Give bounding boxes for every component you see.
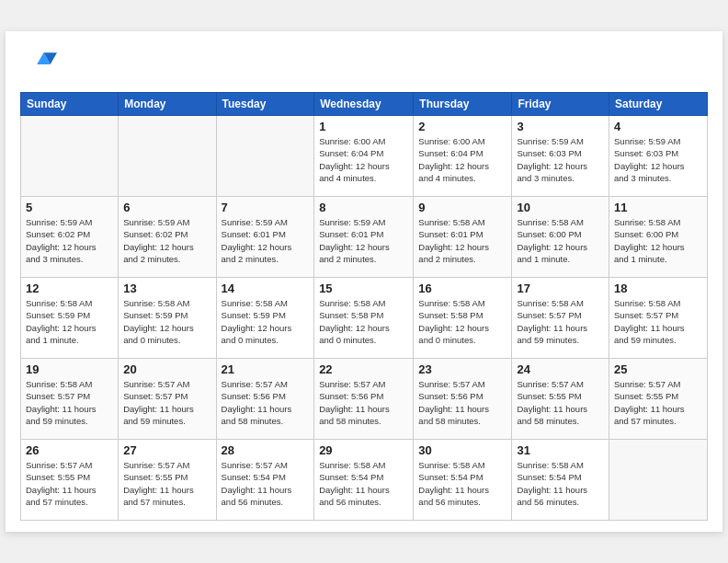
day-cell: 14Sunrise: 5:58 AM Sunset: 5:59 PM Dayli… xyxy=(216,278,314,359)
day-info: Sunrise: 5:57 AM Sunset: 5:56 PM Dayligh… xyxy=(319,378,408,427)
day-number: 6 xyxy=(123,201,210,214)
week-row-5: 26Sunrise: 5:57 AM Sunset: 5:55 PM Dayli… xyxy=(21,440,708,521)
day-cell: 25Sunrise: 5:57 AM Sunset: 5:55 PM Dayli… xyxy=(609,359,708,440)
day-cell: 26Sunrise: 5:57 AM Sunset: 5:55 PM Dayli… xyxy=(21,440,119,521)
day-number: 19 xyxy=(26,362,113,376)
day-cell: 24Sunrise: 5:57 AM Sunset: 5:55 PM Dayli… xyxy=(512,359,609,440)
weekday-header-saturday: Saturday xyxy=(609,93,708,116)
weekday-header-sunday: Sunday xyxy=(21,93,119,116)
weekday-header-monday: Monday xyxy=(119,93,216,116)
day-number: 30 xyxy=(418,443,506,457)
day-cell: 29Sunrise: 5:58 AM Sunset: 5:54 PM Dayli… xyxy=(314,440,414,521)
day-cell: 11Sunrise: 5:58 AM Sunset: 6:00 PM Dayli… xyxy=(609,197,708,278)
weekday-header-friday: Friday xyxy=(512,93,609,116)
day-cell: 2Sunrise: 6:00 AM Sunset: 6:04 PM Daylig… xyxy=(414,116,512,197)
day-number: 10 xyxy=(517,201,604,214)
day-cell: 28Sunrise: 5:57 AM Sunset: 5:54 PM Dayli… xyxy=(216,440,314,521)
day-number: 24 xyxy=(517,362,604,376)
day-cell: 6Sunrise: 5:59 AM Sunset: 6:02 PM Daylig… xyxy=(119,197,216,278)
day-cell: 10Sunrise: 5:58 AM Sunset: 6:00 PM Dayli… xyxy=(512,197,609,278)
day-number: 7 xyxy=(222,201,310,214)
day-number: 14 xyxy=(222,282,310,295)
day-info: Sunrise: 5:59 AM Sunset: 6:01 PM Dayligh… xyxy=(319,216,408,265)
day-number: 28 xyxy=(222,443,310,457)
day-info: Sunrise: 5:58 AM Sunset: 5:57 PM Dayligh… xyxy=(26,378,113,427)
day-cell: 8Sunrise: 5:59 AM Sunset: 6:01 PM Daylig… xyxy=(314,197,414,278)
day-cell: 12Sunrise: 5:58 AM Sunset: 5:59 PM Dayli… xyxy=(21,278,119,359)
weekday-header-tuesday: Tuesday xyxy=(216,93,314,116)
day-number: 23 xyxy=(418,362,506,376)
day-info: Sunrise: 5:58 AM Sunset: 5:59 PM Dayligh… xyxy=(26,297,113,346)
day-info: Sunrise: 6:00 AM Sunset: 6:04 PM Dayligh… xyxy=(418,135,506,184)
day-cell: 23Sunrise: 5:57 AM Sunset: 5:56 PM Dayli… xyxy=(414,359,512,440)
day-cell: 15Sunrise: 5:58 AM Sunset: 5:58 PM Dayli… xyxy=(314,278,414,359)
day-cell: 17Sunrise: 5:58 AM Sunset: 5:57 PM Dayli… xyxy=(512,278,609,359)
calendar-container: SundayMondayTuesdayWednesdayThursdayFrid… xyxy=(6,31,722,532)
day-number: 26 xyxy=(26,443,113,457)
day-info: Sunrise: 5:59 AM Sunset: 6:02 PM Dayligh… xyxy=(26,216,113,265)
day-number: 27 xyxy=(123,443,210,457)
day-cell: 30Sunrise: 5:58 AM Sunset: 5:54 PM Dayli… xyxy=(414,440,512,521)
calendar-grid: SundayMondayTuesdayWednesdayThursdayFrid… xyxy=(20,92,708,521)
day-info: Sunrise: 5:58 AM Sunset: 6:01 PM Dayligh… xyxy=(418,216,506,265)
day-info: Sunrise: 5:58 AM Sunset: 5:54 PM Dayligh… xyxy=(517,459,604,508)
day-number: 9 xyxy=(418,201,506,214)
day-number: 2 xyxy=(418,120,506,133)
day-number: 22 xyxy=(319,362,408,376)
day-cell xyxy=(21,116,119,197)
day-info: Sunrise: 5:59 AM Sunset: 6:01 PM Dayligh… xyxy=(222,216,310,265)
day-cell: 19Sunrise: 5:58 AM Sunset: 5:57 PM Dayli… xyxy=(21,359,119,440)
day-info: Sunrise: 5:57 AM Sunset: 5:54 PM Dayligh… xyxy=(222,459,310,508)
day-number: 16 xyxy=(418,282,506,295)
day-number: 4 xyxy=(614,120,702,133)
day-info: Sunrise: 5:58 AM Sunset: 5:59 PM Dayligh… xyxy=(222,297,310,346)
day-number: 1 xyxy=(319,120,408,133)
header xyxy=(20,46,708,83)
weekday-header-wednesday: Wednesday xyxy=(314,93,414,116)
day-cell xyxy=(216,116,314,197)
day-info: Sunrise: 5:57 AM Sunset: 5:55 PM Dayligh… xyxy=(614,378,702,427)
day-info: Sunrise: 5:58 AM Sunset: 5:54 PM Dayligh… xyxy=(319,459,408,508)
day-info: Sunrise: 5:58 AM Sunset: 5:54 PM Dayligh… xyxy=(418,459,506,508)
day-info: Sunrise: 5:59 AM Sunset: 6:02 PM Dayligh… xyxy=(123,216,210,265)
day-info: Sunrise: 5:58 AM Sunset: 5:59 PM Dayligh… xyxy=(123,297,210,346)
day-info: Sunrise: 5:58 AM Sunset: 5:58 PM Dayligh… xyxy=(418,297,506,346)
day-cell: 22Sunrise: 5:57 AM Sunset: 5:56 PM Dayli… xyxy=(314,359,414,440)
day-number: 3 xyxy=(517,120,604,133)
day-info: Sunrise: 5:57 AM Sunset: 5:55 PM Dayligh… xyxy=(517,378,604,427)
day-cell: 7Sunrise: 5:59 AM Sunset: 6:01 PM Daylig… xyxy=(216,197,314,278)
day-number: 18 xyxy=(614,282,702,295)
day-info: Sunrise: 5:57 AM Sunset: 5:56 PM Dayligh… xyxy=(222,378,310,427)
day-info: Sunrise: 5:57 AM Sunset: 5:56 PM Dayligh… xyxy=(418,378,506,427)
day-cell xyxy=(609,440,708,521)
day-number: 12 xyxy=(26,282,113,295)
day-cell: 13Sunrise: 5:58 AM Sunset: 5:59 PM Dayli… xyxy=(119,278,216,359)
day-number: 13 xyxy=(123,282,210,295)
week-row-2: 5Sunrise: 5:59 AM Sunset: 6:02 PM Daylig… xyxy=(21,197,708,278)
day-info: Sunrise: 5:59 AM Sunset: 6:03 PM Dayligh… xyxy=(517,135,604,184)
week-row-1: 1Sunrise: 6:00 AM Sunset: 6:04 PM Daylig… xyxy=(21,116,708,197)
day-info: Sunrise: 5:58 AM Sunset: 5:58 PM Dayligh… xyxy=(319,297,408,346)
week-row-3: 12Sunrise: 5:58 AM Sunset: 5:59 PM Dayli… xyxy=(21,278,708,359)
day-info: Sunrise: 5:58 AM Sunset: 5:57 PM Dayligh… xyxy=(517,297,604,346)
day-info: Sunrise: 5:57 AM Sunset: 5:57 PM Dayligh… xyxy=(123,378,210,427)
day-number: 17 xyxy=(517,282,604,295)
day-cell: 3Sunrise: 5:59 AM Sunset: 6:03 PM Daylig… xyxy=(512,116,609,197)
day-cell: 5Sunrise: 5:59 AM Sunset: 6:02 PM Daylig… xyxy=(21,197,119,278)
day-cell: 9Sunrise: 5:58 AM Sunset: 6:01 PM Daylig… xyxy=(414,197,512,278)
day-number: 21 xyxy=(222,362,310,376)
logo xyxy=(20,46,61,83)
day-cell: 18Sunrise: 5:58 AM Sunset: 5:57 PM Dayli… xyxy=(609,278,708,359)
day-number: 11 xyxy=(614,201,702,214)
day-number: 31 xyxy=(517,443,604,457)
day-cell: 4Sunrise: 5:59 AM Sunset: 6:03 PM Daylig… xyxy=(609,116,708,197)
day-cell: 16Sunrise: 5:58 AM Sunset: 5:58 PM Dayli… xyxy=(414,278,512,359)
day-cell xyxy=(119,116,216,197)
logo-icon xyxy=(20,46,57,83)
day-info: Sunrise: 5:57 AM Sunset: 5:55 PM Dayligh… xyxy=(26,459,113,508)
day-number: 25 xyxy=(614,362,702,376)
day-info: Sunrise: 6:00 AM Sunset: 6:04 PM Dayligh… xyxy=(319,135,408,184)
day-info: Sunrise: 5:58 AM Sunset: 5:57 PM Dayligh… xyxy=(614,297,702,346)
weekday-header-row: SundayMondayTuesdayWednesdayThursdayFrid… xyxy=(21,93,708,116)
day-cell: 20Sunrise: 5:57 AM Sunset: 5:57 PM Dayli… xyxy=(119,359,216,440)
